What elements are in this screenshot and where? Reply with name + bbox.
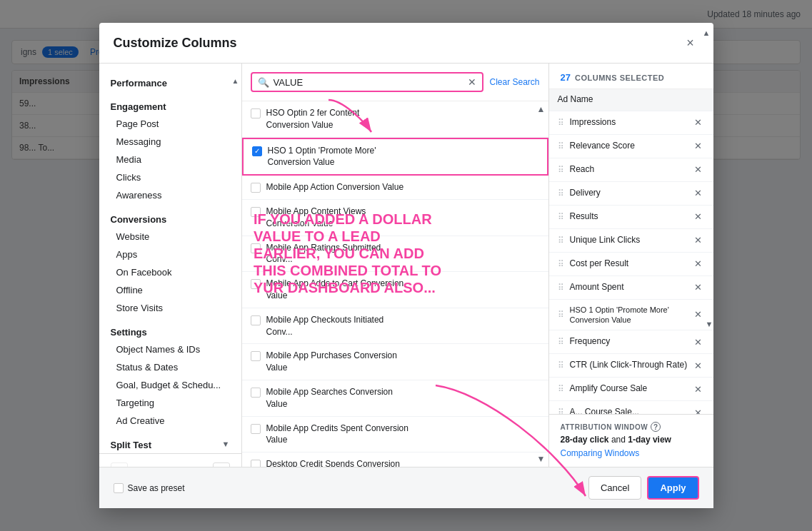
drag-handle[interactable]: ⠿ [558,236,564,246]
save-preset-checkbox-area[interactable]: Save as preset [114,483,185,493]
apply-button[interactable]: Apply [647,476,698,500]
remove-column-button[interactable]: ✕ [692,308,705,321]
nav-item-on-facebook[interactable]: On Facebook [99,263,241,281]
list-item-checkbox[interactable] [251,183,261,193]
list-item[interactable]: HSO Optin 2 fer ContentConversion Value [242,101,548,138]
close-button[interactable]: × [682,34,699,51]
remove-column-button[interactable]: ✕ [692,406,705,414]
list-item[interactable]: Desktop Credit Spends ConversionValue [242,452,548,467]
customize-columns-modal: Customize Columns × ▲ Performance Engage… [99,23,713,508]
list-item[interactable]: Mobile App Searches ConversionValue [242,380,548,417]
column-item: ⠿ A... Course Sale... ✕ [549,401,713,414]
list-item-checkbox[interactable] [251,279,261,289]
list-item-text: Desktop Credit Spends ConversionValue [266,458,400,467]
nav-item-media[interactable]: Media [99,151,241,168]
clear-search-button[interactable]: Clear Search [489,77,539,87]
list-item-highlighted[interactable]: HSO 1 Optin 'Promote More'Conversion Val… [242,138,548,176]
drag-handle[interactable]: ⠿ [558,259,564,269]
remove-column-button[interactable]: ✕ [692,116,705,129]
prev-arrow[interactable]: ‹ [111,462,128,467]
list-item-checkbox[interactable] [251,424,261,434]
nav-item-page-post[interactable]: Page Post [99,115,241,133]
remove-column-button[interactable]: ✕ [692,335,705,348]
list-item[interactable]: Mobile App Checkouts InitiatedConv... [242,308,548,345]
list-item-checkbox[interactable] [251,207,261,217]
column-name: Cost per Result [570,258,692,270]
drag-handle[interactable]: ⠿ [558,212,564,222]
drag-handle[interactable]: ⠿ [558,310,564,320]
nav-item-awareness[interactable]: Awareness [99,186,241,204]
drag-handle[interactable]: ⠿ [558,408,564,414]
drag-handle[interactable]: ⠿ [558,165,564,175]
column-name: HSO 1 Optin 'Promote More' Conversion Va… [570,305,692,325]
modal-title: Customize Columns [114,36,237,51]
list-item-text: Mobile App Checkouts InitiatedConv... [266,314,384,338]
list-item-checkbox[interactable] [251,108,261,118]
nav-item-goal-budget[interactable]: Goal, Budget & Schedu... [99,376,241,394]
list-item[interactable]: Mobile App Credits Spent ConversionValue [242,417,548,453]
remove-column-button[interactable]: ✕ [692,359,705,372]
column-name: Delivery [570,188,692,199]
drag-handle[interactable]: ⠿ [558,118,564,128]
clear-icon[interactable]: ✕ [468,76,476,88]
search-input[interactable] [274,77,468,88]
remove-column-button[interactable]: ✕ [692,163,705,176]
nav-item-apps[interactable]: Apps [99,246,241,263]
column-name: Relevance Score [570,141,692,152]
right-scroll-down[interactable]: ▼ [706,320,713,328]
nav-item-messaging[interactable]: Messaging [99,133,241,151]
list-item-checkbox[interactable] [251,388,261,398]
nav-item-targeting[interactable]: Targeting [99,394,241,412]
drag-handle[interactable]: ⠿ [558,337,564,347]
comparing-windows-link[interactable]: Comparing Windows [561,448,640,458]
remove-column-button[interactable]: ✕ [692,187,705,200]
drag-handle[interactable]: ⠿ [558,384,564,394]
column-name: Amount Spent [570,282,692,293]
list-item[interactable]: Mobile App Purchases ConversionValue [242,344,548,380]
column-name: Unique Link Clicks [570,235,692,246]
list-item-checkbox[interactable] [252,146,262,156]
nav-item-store-visits[interactable]: Store Visits [99,299,241,317]
remove-column-button[interactable]: ✕ [692,211,705,223]
next-arrow[interactable]: › [213,462,230,467]
list-item[interactable]: Mobile App Ratings SubmittedConv... [242,236,548,273]
drag-handle[interactable]: ⠿ [558,283,564,293]
right-panel: 27 COLUMNS SELECTED ▲ Ad Name ⠿ Impressi… [549,64,713,467]
list-item[interactable]: Mobile App Adds to Cart ConversionValue [242,272,548,308]
save-preset-checkbox[interactable] [114,483,124,493]
drag-handle[interactable]: ⠿ [558,141,564,151]
middle-scroll-up[interactable]: ▲ [537,104,546,114]
list-item-checkbox[interactable] [251,351,261,361]
nav-item-ad-creative[interactable]: Ad Creative [99,412,241,430]
middle-scroll-down[interactable]: ▼ [537,454,546,464]
attribution-info-icon[interactable]: ? [651,422,661,432]
nav-item-offline[interactable]: Offline [99,281,241,299]
column-name: CTR (Link Click-Through Rate) [570,360,692,371]
nav-item-status-dates[interactable]: Status & Dates [99,358,241,376]
columns-count: 27 [561,72,571,83]
list-item-text: Mobile App Content ViewsConversion Value [266,206,366,230]
list-item-checkbox[interactable] [251,243,261,253]
column-item: ⠿ Reach ✕ [549,158,713,182]
list-item[interactable]: Mobile App Action Conversion Value [242,176,548,200]
remove-column-button[interactable]: ✕ [692,140,705,153]
column-item-hso: ⠿ HSO 1 Optin 'Promote More' Conversion … [549,300,713,331]
modal-header: Customize Columns × [99,23,713,64]
list-item-checkbox[interactable] [251,315,261,325]
cancel-button[interactable]: Cancel [588,476,641,500]
drag-handle[interactable]: ⠿ [558,360,564,370]
list-item-checkbox[interactable] [251,460,261,467]
scroll-up-button[interactable]: ▲ [230,75,241,86]
remove-column-button[interactable]: ✕ [692,281,705,294]
list-item[interactable]: Mobile App Content ViewsConversion Value [242,200,548,236]
remove-column-button[interactable]: ✕ [692,258,705,270]
nav-item-website[interactable]: Website [99,228,241,246]
remove-column-button[interactable]: ✕ [692,383,705,395]
nav-item-object-names[interactable]: Object Names & IDs [99,340,241,358]
column-name: A... Course Sale... [570,407,692,414]
nav-item-clicks[interactable]: Clicks [99,168,241,186]
drag-handle[interactable]: ⠿ [558,188,564,198]
list-item-text: Mobile App Adds to Cart ConversionValue [266,278,404,302]
remove-column-button[interactable]: ✕ [692,234,705,247]
section-header-engagement: Engagement [99,96,241,115]
